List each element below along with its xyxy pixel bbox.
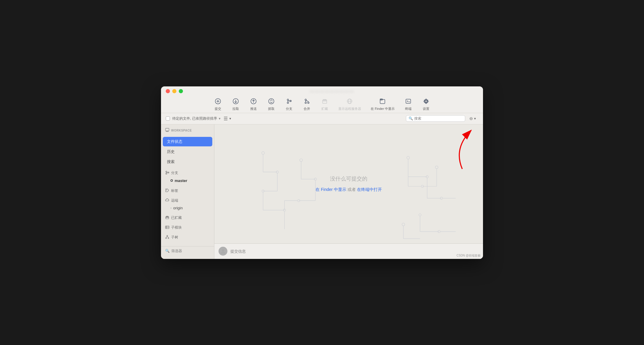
fetch-icon: [268, 98, 275, 105]
sidebar-item-search[interactable]: 搜索: [163, 157, 212, 167]
svg-point-13: [305, 102, 306, 103]
sidebar-stash-header[interactable]: 已贮藏: [161, 213, 214, 221]
branch-icon: [286, 98, 292, 105]
toolbar-commit[interactable]: 提交: [209, 96, 227, 113]
svg-rect-18: [323, 99, 326, 100]
toolbar-merge-label: 合并: [304, 107, 310, 111]
pull-icon: [232, 98, 239, 105]
search-input[interactable]: [414, 116, 459, 121]
expand-icon[interactable]: ▼: [229, 117, 232, 120]
toolbar-push[interactable]: 推送: [245, 96, 262, 113]
terminal-link[interactable]: 在终端中打开: [357, 187, 382, 192]
sidebar-item-file-status[interactable]: 文件状态: [163, 137, 212, 146]
maximize-button[interactable]: [179, 89, 183, 93]
filter-input[interactable]: [171, 249, 210, 253]
svg-point-7: [269, 99, 274, 104]
empty-state: 没什么可提交的 在 Finder 中显示 或者 在终端中打开: [315, 175, 382, 192]
toolbar-terminal[interactable]: 终端: [399, 96, 417, 113]
sidebar-submodules-header[interactable]: 子模块: [161, 223, 214, 231]
tag-section-icon: [165, 188, 169, 193]
toolbar-stash-label: 贮藏: [321, 107, 328, 111]
svg-point-42: [166, 238, 167, 238]
toolbar-settings-label: 设置: [423, 107, 429, 111]
merge-icon: [304, 98, 310, 105]
select-all-checkbox[interactable]: [166, 116, 170, 121]
svg-point-30: [166, 171, 167, 172]
origin-chevron: ›: [170, 206, 171, 210]
toolbar-show-remote[interactable]: 显示远程服务器: [334, 96, 366, 113]
sidebar-remote-header[interactable]: 远端: [161, 196, 214, 204]
cloud-section-icon: [165, 198, 169, 203]
content-area: 没什么可提交的 在 Finder 中显示 或者 在终端中打开: [214, 124, 483, 259]
more-chevron: ▼: [474, 117, 476, 120]
titlebar: — — — — — — — — — 提交: [161, 86, 483, 113]
commit-message-input[interactable]: [230, 249, 479, 254]
titlebar-top: — — — — — — — — —: [161, 86, 483, 96]
toolbar-settings[interactable]: 设置: [417, 96, 435, 113]
svg-point-41: [167, 235, 168, 236]
svg-point-9: [287, 102, 288, 103]
search-icon: 🔍: [409, 116, 413, 121]
empty-title: 没什么可提交的: [315, 175, 382, 182]
svg-rect-27: [165, 128, 169, 131]
subtree-section-icon: [165, 235, 169, 240]
toolbar-pull[interactable]: 拉取: [227, 96, 245, 113]
app-window: — — — — — — — — — 提交: [161, 86, 483, 259]
branch-section-icon: [165, 170, 169, 175]
svg-point-14: [307, 102, 309, 103]
settings-icon: [423, 98, 429, 105]
more-icon: ⊖: [469, 116, 473, 121]
sidebar-branches-header[interactable]: 分支: [161, 168, 214, 177]
svg-point-26: [425, 100, 427, 102]
traffic-lights: [166, 89, 183, 93]
sidebar-tags-header[interactable]: 标签: [161, 186, 214, 194]
finder-link[interactable]: 在 Finder 中显示: [315, 187, 346, 192]
sidebar-branch-master[interactable]: master: [161, 177, 214, 185]
svg-rect-16: [323, 101, 327, 103]
filter-search-icon: 🔍: [165, 249, 170, 253]
toolbar-fetch-label: 抓取: [268, 107, 275, 111]
main-area: WORKSPACE 文件状态 历史 搜索: [161, 124, 483, 259]
show-remote-icon: [346, 98, 353, 105]
toolbar-pull-label: 拉取: [232, 107, 239, 111]
list-icon[interactable]: ☰: [224, 116, 228, 121]
minimize-button[interactable]: [172, 89, 176, 93]
sidebar: WORKSPACE 文件状态 历史 搜索: [161, 124, 214, 259]
toolbar-fetch[interactable]: 抓取: [262, 96, 280, 113]
toolbar-show-finder[interactable]: 在 Finder 中显示: [366, 96, 399, 113]
pending-sort-chevron[interactable]: ▼: [218, 117, 221, 120]
toolbar-show-finder-label: 在 Finder 中显示: [371, 107, 395, 111]
close-button[interactable]: [166, 89, 170, 93]
toolbar-merge[interactable]: 合并: [298, 96, 316, 113]
svg-point-47: [262, 151, 264, 154]
commit-bar: [214, 243, 483, 259]
svg-rect-37: [166, 216, 168, 217]
toolbar: 提交 拉取: [161, 96, 483, 113]
toolbar-commit-label: 提交: [215, 107, 221, 111]
content-body: 没什么可提交的 在 Finder 中显示 或者 在终端中打开: [214, 124, 483, 243]
toolbar-push-label: 推送: [250, 107, 257, 111]
commit-icon: [215, 98, 221, 105]
svg-point-89: [222, 249, 224, 252]
toolbar-terminal-label: 终端: [405, 107, 412, 111]
toolbar-branch-label: 分支: [286, 107, 292, 111]
branch-dot: [170, 179, 173, 182]
sidebar-workspace: WORKSPACE: [161, 128, 214, 137]
more-options[interactable]: ⊖ ▼: [468, 115, 478, 121]
push-icon: [250, 98, 257, 105]
sidebar-subtree-header[interactable]: 子树: [161, 232, 214, 241]
search-box[interactable]: 🔍: [406, 115, 465, 122]
svg-point-12: [305, 99, 306, 100]
sidebar-item-history[interactable]: 历史: [163, 147, 212, 156]
sidebar-remote-origin[interactable]: › origin: [161, 204, 214, 212]
avatar: [219, 247, 227, 256]
pending-files-label: 待定的文件, 已依照路径排序 ▼: [172, 116, 221, 121]
svg-point-34: [166, 189, 167, 190]
toolbar-stash[interactable]: 贮藏: [316, 96, 334, 113]
stash-icon: [321, 98, 328, 105]
workspace-icon: [165, 128, 169, 133]
toolbar-branch[interactable]: 分支: [280, 96, 298, 113]
toolbar-show-remote-label: 显示远程服务器: [338, 107, 361, 111]
svg-point-31: [166, 173, 167, 174]
subtoolbar: 待定的文件, 已依照路径排序 ▼ ☰ ▼ 🔍 ⊖ ▼: [161, 113, 483, 124]
